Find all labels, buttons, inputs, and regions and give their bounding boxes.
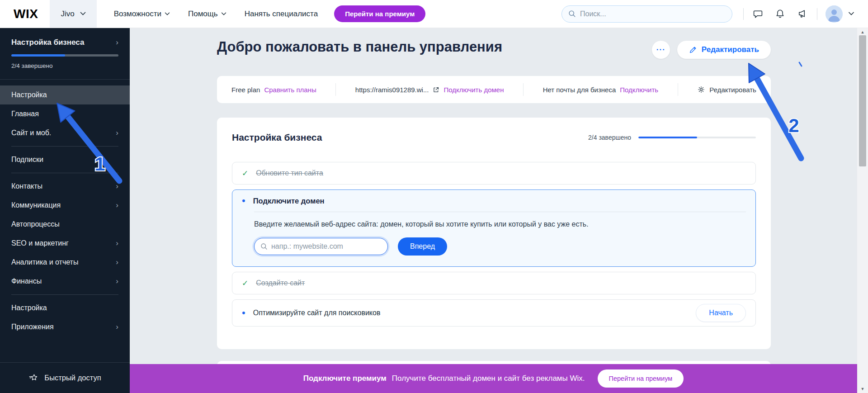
quick-access-button[interactable]: Быстрый доступ xyxy=(0,362,130,393)
divider xyxy=(523,83,524,96)
sidebar-item-label: Подписки xyxy=(11,156,43,164)
checklist-item-label: Обновите тип сайта xyxy=(256,169,323,177)
divider xyxy=(743,8,744,20)
main-area: Добро пожаловать в панель управления ···… xyxy=(130,28,857,393)
sidebar-progress-fill xyxy=(11,54,65,57)
divider xyxy=(11,294,118,295)
sidebar-item-label: Настройка xyxy=(11,304,47,312)
scrollbar-thumb[interactable] xyxy=(859,35,866,166)
connect-email-link[interactable]: Подключить xyxy=(620,86,658,94)
site-selector[interactable]: Jivo xyxy=(50,0,96,28)
domain-controls: Вперед xyxy=(254,237,746,256)
plan-text: Free plan xyxy=(231,86,260,94)
card-title: Настройка бизнеса xyxy=(232,132,322,143)
wix-logo[interactable]: WIX xyxy=(14,7,38,21)
chevron-right-icon: › xyxy=(116,38,118,47)
edit-segment[interactable]: Редактировать xyxy=(697,85,756,94)
check-icon: ✓ xyxy=(242,279,248,288)
sidebar-item-site-mobile[interactable]: Сайт и моб. › xyxy=(0,123,130,142)
checklist-item-optimize-seo[interactable]: • Оптимизируйте сайт для поисковиков Нач… xyxy=(232,299,756,327)
edit-site-button[interactable]: Редактировать xyxy=(677,41,771,59)
site-info-bar: Free plan Сравнить планы https://ramis09… xyxy=(217,76,771,103)
external-link-icon[interactable] xyxy=(433,86,439,93)
sidebar-item-setup[interactable]: Настройка xyxy=(0,85,130,104)
notifications-bell-icon[interactable] xyxy=(775,9,785,19)
search-box[interactable] xyxy=(561,5,732,23)
chevron-right-icon: › xyxy=(116,322,118,331)
header-actions: ··· Редактировать xyxy=(652,41,771,59)
infobar-edit-label: Редактировать xyxy=(709,86,756,94)
more-options-button[interactable]: ··· xyxy=(652,41,670,59)
sidebar-item-home[interactable]: Главная xyxy=(0,104,130,123)
divider xyxy=(678,83,678,96)
sidebar-item-contacts[interactable]: Контакты › xyxy=(0,177,130,196)
checklist-item-label: Создайте сайт xyxy=(256,279,305,287)
divider xyxy=(11,173,118,173)
nav-item-features[interactable]: Возможности xyxy=(114,9,170,19)
sidebar-setup-section: Настройка бизнеса › 2/4 завершено xyxy=(0,28,130,76)
sidebar-setup-header[interactable]: Настройка бизнеса › xyxy=(11,38,118,47)
banner-premium-button[interactable]: Перейти на премиум xyxy=(598,369,684,388)
quick-access-label: Быстрый доступ xyxy=(44,374,101,382)
gear-icon xyxy=(697,85,705,94)
bullet-icon: • xyxy=(242,308,245,318)
divider xyxy=(335,83,336,96)
sidebar-item-label: SEO и маркетинг xyxy=(11,239,69,247)
sidebar-item-label: Приложения xyxy=(11,323,54,331)
compare-plans-link[interactable]: Сравнить планы xyxy=(264,86,316,94)
nav-item-hire-professional[interactable]: Нанять специалиста xyxy=(245,9,318,19)
divider xyxy=(817,8,817,20)
connect-domain-link[interactable]: Подключить домен xyxy=(443,86,504,94)
scroll-down-arrow-icon[interactable]: ▼ xyxy=(857,387,868,391)
chevron-right-icon: › xyxy=(116,239,118,248)
nav-item-label: Нанять специалиста xyxy=(245,9,318,19)
domain-search-field[interactable] xyxy=(254,238,388,255)
announcements-megaphone-icon[interactable] xyxy=(797,9,808,19)
checklist-item-label: Оптимизируйте сайт для поисковиков xyxy=(253,309,381,317)
sidebar-item-label: Главная xyxy=(11,110,39,118)
sidebar-item-analytics-reports[interactable]: Аналитика и отчеты › xyxy=(0,253,130,272)
chevron-right-icon: › xyxy=(116,182,118,191)
sidebar-item-settings[interactable]: Настройка xyxy=(0,298,130,317)
checklist-item-create-site[interactable]: ✓ Создайте сайт xyxy=(232,272,756,294)
avatar[interactable] xyxy=(826,5,843,23)
scroll-up-arrow-icon[interactable]: ▲ xyxy=(857,30,868,34)
upgrade-premium-button[interactable]: Перейти на премиум xyxy=(334,5,425,22)
domain-segment: https://ramis091289.wi... Подключить дом… xyxy=(355,86,504,94)
domain-input[interactable] xyxy=(271,242,382,251)
nav-item-label: Помощь xyxy=(188,9,218,19)
start-button[interactable]: Начать xyxy=(696,304,746,322)
banner-title: Подключите премиум xyxy=(303,374,387,383)
business-setup-card: Настройка бизнеса 2/4 завершено ✓ Обнови… xyxy=(217,118,771,349)
quick-access-star-icon xyxy=(28,373,38,383)
chevron-right-icon: › xyxy=(116,201,118,210)
bullet-icon: • xyxy=(242,196,245,206)
sidebar-item-automations[interactable]: Автопроцессы xyxy=(0,215,130,234)
sidebar-item-label: Аналитика и отчеты xyxy=(11,258,78,266)
sidebar-item-apps[interactable]: Приложения › xyxy=(0,317,130,336)
forward-button[interactable]: Вперед xyxy=(398,237,447,256)
vertical-scrollbar: ▲ ▼ xyxy=(857,28,868,393)
pencil-icon xyxy=(689,46,697,54)
sidebar-item-subscriptions[interactable]: Подписки xyxy=(0,150,130,169)
checklist-item-body: Введите желаемый веб-адрес сайта: домен,… xyxy=(232,212,755,266)
chevron-down-icon xyxy=(80,12,86,16)
top-bar: WIX Jivo Возможности Помощь Нанять специ… xyxy=(0,0,868,28)
check-icon: ✓ xyxy=(242,169,248,178)
card-progress-bar xyxy=(638,137,756,138)
sidebar-item-label: Настройка xyxy=(11,91,47,99)
checklist-item-header[interactable]: • Подключите домен xyxy=(232,190,755,212)
site-url-text: https://ramis091289.wi... xyxy=(355,86,429,94)
checklist-item-label: Подключите домен xyxy=(253,197,325,205)
sidebar-item-finance[interactable]: Финансы › xyxy=(0,272,130,291)
search-icon xyxy=(260,243,268,250)
checklist-item-update-site-type[interactable]: ✓ Обновите тип сайта xyxy=(232,162,756,185)
sidebar-item-seo-marketing[interactable]: SEO и маркетинг › xyxy=(0,234,130,253)
account-chevron-down-icon[interactable] xyxy=(848,12,854,16)
sidebar-item-communication[interactable]: Коммуникация › xyxy=(0,196,130,215)
search-input[interactable] xyxy=(580,10,726,18)
sidebar-setup-title: Настройка бизнеса xyxy=(11,38,84,47)
page-title: Добро пожаловать в панель управления xyxy=(217,39,502,55)
chat-icon[interactable] xyxy=(753,9,763,19)
nav-item-help[interactable]: Помощь xyxy=(188,9,226,19)
